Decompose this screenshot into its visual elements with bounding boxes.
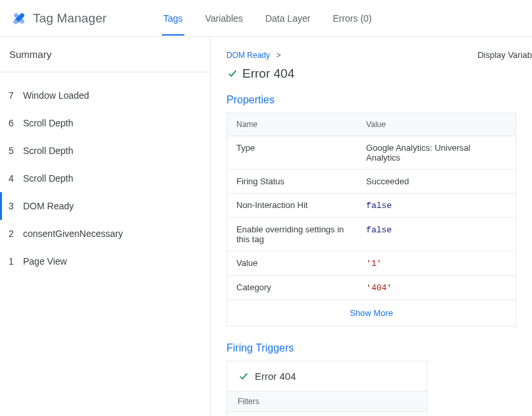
event-name: Scroll Depth — [23, 173, 73, 184]
properties-row: Value'1' — [227, 251, 516, 276]
properties-row: TypeGoogle Analytics: Universal Analytic… — [227, 136, 516, 170]
properties-row: Firing StatusSucceeded — [227, 170, 516, 194]
app-logo: Tag Manager — [11, 10, 142, 27]
tab-data-layer[interactable]: Data Layer — [264, 1, 311, 36]
event-number: 5 — [9, 145, 23, 156]
firing-triggers-heading: Firing Triggers — [226, 342, 532, 354]
breadcrumb[interactable]: DOM Ready > — [226, 51, 284, 60]
sidebar-event[interactable]: 6Scroll Depth — [0, 109, 210, 137]
trigger-name: Error 404 — [255, 371, 296, 382]
tab-tags[interactable]: Tags — [162, 1, 184, 36]
property-value: '1' — [357, 251, 516, 275]
property-name: Value — [227, 251, 357, 275]
event-name: consentGivenNecessary — [23, 228, 123, 239]
properties-table: Name Value TypeGoogle Analytics: Univers… — [226, 113, 516, 326]
breadcrumb-item[interactable]: DOM Ready — [226, 51, 270, 60]
event-name: Page View — [23, 256, 67, 267]
breadcrumb-separator: > — [272, 51, 284, 60]
event-number: 7 — [9, 90, 23, 101]
trigger-card: Error 404 Filters error404equalserror404… — [226, 361, 427, 416]
show-more-link[interactable]: Show More — [227, 299, 516, 326]
event-number: 2 — [9, 228, 23, 239]
filters-heading: Filters — [227, 391, 427, 412]
tag-title: Error 404 — [242, 66, 294, 81]
properties-row: Non-Interaction Hitfalse — [227, 194, 516, 218]
property-value: Google Analytics: Universal Analytics — [357, 136, 516, 169]
property-value: Succeeded — [357, 170, 516, 193]
property-name: Enable overriding settings in this tag — [227, 218, 357, 251]
success-check-icon — [226, 69, 238, 78]
properties-col-name: Name — [227, 113, 357, 136]
tag-manager-icon — [11, 10, 28, 27]
event-name: DOM Ready — [23, 201, 74, 211]
properties-row: Enable overriding settings in this tagfa… — [227, 218, 516, 251]
property-name: Firing Status — [227, 170, 357, 193]
tab-errors-0-[interactable]: Errors (0) — [331, 1, 373, 36]
sidebar: Summary 7Window Loaded6Scroll Depth5Scro… — [0, 37, 211, 416]
sidebar-event[interactable]: 2consentGivenNecessary — [0, 220, 210, 247]
event-number: 4 — [9, 173, 23, 184]
detail-panel: DOM Ready > Display Variab Error 404 Pro… — [211, 37, 532, 416]
event-number: 6 — [9, 118, 23, 128]
sidebar-event[interactable]: 3DOM Ready — [0, 192, 210, 220]
property-name: Non-Interaction Hit — [227, 194, 357, 217]
tabs-bar: TagsVariablesData LayerErrors (0) — [162, 1, 373, 36]
filter-row: error404equalserror404 — [227, 412, 427, 416]
event-name: Scroll Depth — [23, 145, 73, 156]
property-value: '404' — [357, 276, 516, 299]
properties-col-value: Value — [357, 113, 516, 136]
property-name: Category — [227, 276, 357, 299]
sidebar-event[interactable]: 1Page View — [0, 247, 210, 275]
event-name: Window Loaded — [23, 90, 89, 101]
success-check-icon — [238, 372, 250, 381]
sidebar-summary[interactable]: Summary — [0, 37, 210, 72]
sidebar-event[interactable]: 4Scroll Depth — [0, 165, 210, 192]
event-number: 1 — [9, 256, 23, 267]
sidebar-event[interactable]: 5Scroll Depth — [0, 137, 210, 165]
app-title: Tag Manager — [33, 11, 107, 26]
event-number: 3 — [9, 201, 23, 211]
sidebar-event[interactable]: 7Window Loaded — [0, 82, 210, 109]
property-value: false — [357, 194, 516, 217]
property-value: false — [357, 218, 516, 251]
properties-heading: Properties — [226, 94, 532, 106]
tab-variables[interactable]: Variables — [204, 1, 244, 36]
property-name: Type — [227, 136, 357, 169]
properties-row: Category'404' — [227, 276, 516, 299]
event-name: Scroll Depth — [23, 118, 73, 128]
display-variables-link[interactable]: Display Variab — [477, 50, 532, 60]
